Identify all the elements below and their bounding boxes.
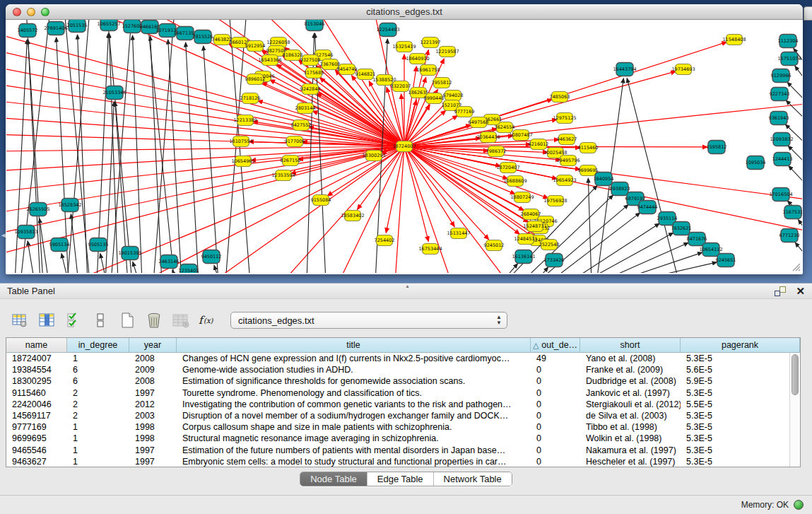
cell-name[interactable]: 9463627 (6, 457, 67, 467)
graph-edge[interactable] (535, 267, 548, 273)
cell-year[interactable]: 1997 (129, 388, 177, 398)
graph-edge[interactable] (282, 146, 404, 273)
cell-short[interactable]: Dudbridge et al. (2008) (580, 376, 681, 386)
graph-edge[interactable] (146, 20, 175, 273)
float-panel-icon[interactable] (775, 286, 786, 296)
cell-in_degree[interactable]: 2 (67, 388, 129, 398)
column-header-name[interactable]: name (6, 338, 67, 353)
cell-pagerank[interactable]: 5.3E-5 (681, 388, 789, 398)
graph-edge[interactable] (71, 214, 78, 273)
graph-edge[interactable] (153, 20, 175, 273)
graph-edge[interactable] (795, 66, 802, 90)
cell-in_degree[interactable]: 1 (67, 457, 129, 467)
cell-out_degree[interactable]: 49 (531, 354, 580, 363)
tab-network-table[interactable]: Network Table (434, 472, 512, 486)
table-row[interactable]: 911546021997Tourette syndrome. Phenomeno… (6, 387, 789, 399)
cell-year[interactable]: 1998 (129, 433, 177, 443)
graph-edge[interactable] (111, 20, 132, 273)
cell-title[interactable]: Estimation of significance thresholds fo… (177, 376, 531, 386)
graph-edge[interactable] (404, 146, 454, 227)
cell-in_degree[interactable]: 1 (67, 422, 129, 432)
graph-edge[interactable] (598, 243, 688, 273)
table-settings-icon[interactable] (8, 310, 31, 330)
cell-pagerank[interactable]: 5.6E-5 (681, 365, 789, 375)
column-header-pagerank[interactable]: pagerank (681, 338, 800, 353)
cell-name[interactable]: 9115460 (6, 388, 67, 398)
cell-short[interactable]: Tibbo et al. (1998) (580, 422, 681, 432)
table-row[interactable]: 2242004622012Investigating the contribut… (6, 399, 789, 410)
graph-edge[interactable] (151, 36, 162, 273)
graph-edge[interactable] (612, 252, 702, 273)
cell-pagerank[interactable]: 5.3E-5 (681, 457, 789, 467)
graph-edge[interactable] (404, 146, 489, 240)
cell-short[interactable]: Yano et al. (2008) (580, 354, 681, 363)
cell-title[interactable]: Estimation of the future numbers of pati… (177, 445, 531, 455)
cell-short[interactable]: Hescheler et al. (1997) (580, 457, 681, 467)
cell-year[interactable]: 2003 (129, 411, 177, 421)
window-titlebar[interactable]: citations_edges.txt (6, 4, 803, 20)
cell-out_degree[interactable]: 0 (531, 376, 580, 386)
graph-nodes[interactable]: 1872400712226058982750881863288127546932… (14, 20, 802, 273)
table-row[interactable]: 946554611997Estimation of the future num… (6, 445, 789, 456)
table-row[interactable]: 946362711997Embryonic stem cells: a mode… (6, 456, 789, 467)
cell-title[interactable]: Tourette syndrome. Phenomenology and cla… (177, 388, 531, 398)
cell-short[interactable]: Franke et al. (2009) (580, 365, 681, 375)
table-row[interactable]: 977716911998Corpus callosum shape and si… (6, 421, 789, 433)
cell-year[interactable]: 1998 (129, 422, 177, 432)
table-select-dropdown[interactable]: citations_edges.txt ▲▼ (230, 312, 507, 329)
select-columns-check-icon[interactable] (62, 310, 85, 330)
graph-edge[interactable] (6, 146, 404, 235)
cell-short[interactable]: de Silva et al. (2003) (580, 411, 681, 421)
cell-out_degree[interactable]: 0 (531, 411, 580, 421)
graph-edge[interactable] (6, 117, 404, 146)
cell-in_degree[interactable]: 1 (67, 354, 129, 363)
graph-edge[interactable] (109, 33, 118, 273)
table-row[interactable]: 1872400712008Changes of HCN gene express… (6, 353, 789, 364)
cell-year[interactable]: 2008 (129, 354, 177, 363)
cell-out_degree[interactable]: 0 (531, 445, 580, 455)
cell-short[interactable]: Wolkin et al. (1998) (580, 433, 681, 443)
cell-year[interactable]: 2012 (129, 399, 177, 409)
cell-pagerank[interactable]: 5.3E-5 (681, 411, 789, 421)
cell-out_degree[interactable]: 0 (531, 457, 580, 467)
vertical-scrollbar[interactable] (789, 353, 800, 467)
graph-edge[interactable] (799, 220, 802, 244)
column-header-out_degree[interactable]: △out_de… (531, 338, 580, 353)
cell-pagerank[interactable]: 5.3E-5 (681, 433, 789, 443)
cell-in_degree[interactable]: 2 (67, 411, 129, 421)
graph-edge[interactable] (204, 46, 218, 273)
cell-name[interactable]: 22420046 (6, 399, 67, 409)
table-row[interactable]: 1456911722003Disruption of a novel membe… (6, 410, 789, 421)
function-builder-icon[interactable]: f(x) (196, 310, 219, 330)
graph-edge[interactable] (789, 166, 802, 191)
cell-short[interactable]: Jankovic et al. (1997) (580, 388, 681, 398)
graph-edge[interactable] (133, 262, 139, 273)
cell-name[interactable]: 9699695 (6, 433, 67, 443)
cell-in_degree[interactable]: 6 (67, 365, 129, 375)
cell-short[interactable]: Nakamura et al. (1997) (580, 445, 681, 455)
cell-out_degree[interactable]: 0 (531, 365, 580, 375)
cell-title[interactable]: Changes of HCN gene expression and I(f) … (177, 354, 531, 363)
cell-name[interactable]: 9465546 (6, 445, 67, 455)
graph-edge[interactable] (97, 33, 108, 273)
cell-name[interactable]: 18724007 (6, 354, 67, 363)
column-header-in_degree[interactable]: in_degree (67, 338, 129, 353)
cell-name[interactable]: 14569117 (6, 411, 67, 421)
graph-edge[interactable] (6, 146, 404, 151)
cell-year[interactable]: 2008 (129, 376, 177, 386)
cell-pagerank[interactable]: 5.3E-5 (681, 354, 789, 363)
cell-in_degree[interactable]: 6 (67, 376, 129, 386)
column-select-icon[interactable] (35, 310, 58, 330)
cell-title[interactable]: Genome-wide association studies in ADHD. (177, 365, 531, 375)
cell-out_degree[interactable]: 0 (531, 433, 580, 443)
close-panel-icon[interactable]: ✕ (796, 286, 805, 296)
cell-pagerank[interactable]: 5.5E-5 (681, 399, 789, 409)
cell-out_degree[interactable]: 0 (531, 422, 580, 432)
graph-edge[interactable] (339, 146, 404, 273)
resize-grip-icon[interactable] (791, 262, 801, 271)
network-canvas[interactable]: 1872400712226058982750881863288127546932… (6, 20, 802, 273)
cell-short[interactable]: Stergiakouli et al. (2012) (580, 399, 681, 409)
cell-out_degree[interactable]: 0 (531, 399, 580, 409)
memory-status-indicator[interactable] (794, 500, 804, 510)
column-header-title[interactable]: title (177, 338, 531, 353)
